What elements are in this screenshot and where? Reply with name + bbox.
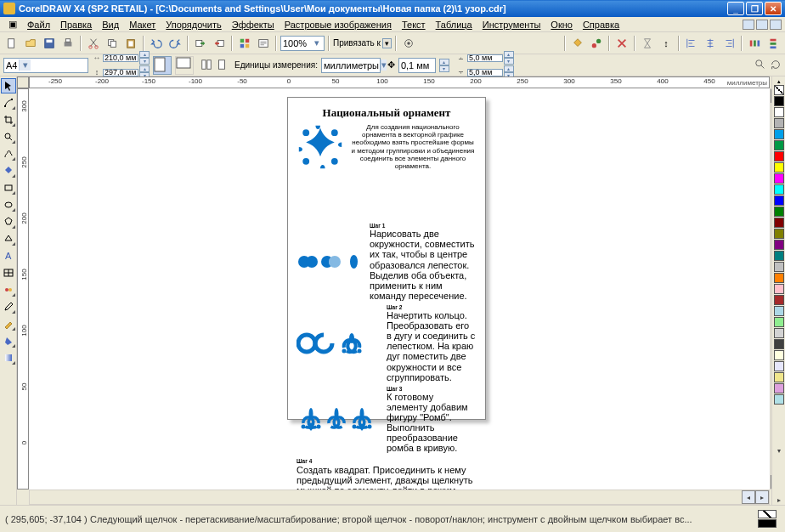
hourglass-icon[interactable]	[639, 35, 656, 52]
current-outline-swatch[interactable]	[758, 519, 777, 528]
interactive-blend-tool[interactable]	[1, 282, 16, 297]
color-swatch[interactable]	[774, 118, 784, 128]
color-swatch[interactable]	[774, 184, 784, 195]
app-menu-icon[interactable]: ▣	[3, 18, 22, 31]
crop-tool[interactable]	[1, 112, 16, 127]
color-swatch[interactable]	[774, 207, 784, 217]
redo-button[interactable]	[167, 35, 184, 52]
mdi-minimize-button[interactable]	[743, 20, 754, 30]
color-swatch[interactable]	[774, 218, 784, 228]
page-width-input[interactable]	[103, 54, 138, 62]
app-launcher-button[interactable]	[236, 35, 253, 52]
horizontal-scrollbar[interactable]: ◂ ▸	[29, 490, 770, 505]
snap-dropdown[interactable]: ▾	[382, 38, 392, 48]
spin-up[interactable]: ▴	[439, 59, 449, 65]
color-swatch[interactable]	[774, 162, 784, 173]
menu-view[interactable]: Вид	[97, 19, 124, 31]
color-swatch[interactable]	[774, 240, 784, 250]
basic-shapes-tool[interactable]	[1, 231, 16, 246]
color-swatch[interactable]	[774, 350, 784, 360]
minimize-button[interactable]: _	[727, 2, 744, 15]
paper-combo[interactable]: A4▾	[3, 58, 88, 73]
smart-fill-tool[interactable]	[1, 163, 16, 178]
arrow-v-icon[interactable]: ↕	[658, 35, 675, 52]
color-swatch[interactable]	[774, 306, 784, 316]
freehand-tool[interactable]	[1, 146, 16, 161]
fill-outline-indicator[interactable]	[758, 510, 777, 528]
refresh-icon[interactable]	[770, 59, 782, 72]
fill-tool[interactable]	[1, 333, 16, 348]
distribute-v-icon[interactable]	[765, 35, 782, 52]
menu-help[interactable]: Справка	[578, 19, 624, 31]
document-page[interactable]: Национальный орнамент Для создания нацио…	[287, 97, 486, 420]
menu-layout[interactable]: Макет	[124, 19, 161, 31]
print-button[interactable]	[59, 35, 76, 52]
mdi-restore-button[interactable]	[756, 20, 768, 30]
portrait-button[interactable]	[153, 56, 172, 75]
ellipse-tool[interactable]	[1, 197, 16, 212]
color-swatch[interactable]	[774, 284, 784, 294]
cut-button[interactable]	[85, 35, 102, 52]
open-button[interactable]	[22, 35, 39, 52]
color-swatch[interactable]	[774, 173, 784, 184]
spin-down[interactable]: ▾	[139, 58, 150, 65]
horizontal-ruler[interactable]: миллиметры -250-200-150-100-500501001502…	[29, 76, 770, 88]
nudge-input[interactable]: 0,1 мм	[398, 58, 436, 73]
menu-bitmaps[interactable]: Растровые изображения	[280, 19, 397, 31]
welcome-button[interactable]	[255, 35, 272, 52]
eyedropper-tool[interactable]	[1, 299, 16, 314]
zoom-tool[interactable]	[1, 129, 16, 144]
page-height-input[interactable]	[103, 69, 138, 76]
search-content-icon[interactable]	[754, 59, 766, 72]
palette-flyout-button[interactable]: ▸	[774, 496, 784, 505]
color-swatch[interactable]	[774, 229, 784, 239]
polygon-tool[interactable]	[1, 214, 16, 229]
options-button[interactable]	[400, 35, 417, 52]
color-swatch[interactable]	[774, 361, 784, 371]
pick-tool[interactable]	[1, 78, 16, 93]
spin-down[interactable]: ▾	[439, 65, 449, 72]
undo-button[interactable]	[148, 35, 165, 52]
menu-arrange[interactable]: Упорядочить	[161, 19, 226, 31]
restore-button[interactable]: ❐	[746, 2, 763, 15]
color-swatch[interactable]	[774, 195, 784, 206]
color-swatch[interactable]	[774, 339, 784, 349]
color-swatch[interactable]	[774, 151, 784, 161]
interactive-fill-tool[interactable]	[1, 350, 16, 365]
menu-window[interactable]: Окно	[545, 19, 578, 31]
align-center-icon[interactable]	[702, 35, 719, 52]
units-combo[interactable]: миллиметры▾	[321, 58, 381, 73]
dup-x-input[interactable]	[467, 54, 503, 62]
all-pages-icon[interactable]	[200, 59, 212, 72]
rectangle-tool[interactable]	[1, 180, 16, 195]
dup-y-input[interactable]	[467, 69, 503, 76]
export-button[interactable]	[211, 35, 228, 52]
save-button[interactable]	[41, 35, 58, 52]
spin-up[interactable]: ▴	[504, 65, 514, 72]
shape-tool[interactable]	[1, 95, 16, 110]
ruler-corner[interactable]	[17, 76, 29, 88]
text-tool[interactable]: A	[1, 248, 16, 263]
import-button[interactable]	[192, 35, 209, 52]
menu-file[interactable]: Файл	[22, 19, 55, 31]
current-fill-swatch[interactable]	[758, 510, 777, 518]
align-left-icon[interactable]	[683, 35, 700, 52]
color-swatch[interactable]	[774, 262, 784, 272]
new-button[interactable]	[3, 35, 20, 52]
delete-icon[interactable]	[613, 35, 630, 52]
palette-up-button[interactable]: ▴	[777, 78, 781, 85]
no-color-swatch[interactable]	[774, 85, 784, 95]
palette-down-button[interactable]: ▾	[774, 447, 784, 456]
spin-up[interactable]: ▴	[504, 51, 514, 58]
current-page-icon[interactable]	[216, 59, 228, 72]
menu-effects[interactable]: Эффекты	[227, 19, 280, 31]
menu-table[interactable]: Таблица	[431, 19, 477, 31]
color-swatch[interactable]	[774, 383, 784, 393]
spin-down[interactable]: ▾	[504, 58, 514, 65]
zoom-combo[interactable]: 100%▾	[280, 36, 325, 51]
color-swatch[interactable]	[774, 328, 784, 338]
scroll-right-button[interactable]: ▸	[755, 490, 769, 504]
align-right-icon[interactable]	[720, 35, 737, 52]
outline-tool[interactable]	[1, 316, 16, 331]
spin-up[interactable]: ▴	[139, 51, 150, 58]
